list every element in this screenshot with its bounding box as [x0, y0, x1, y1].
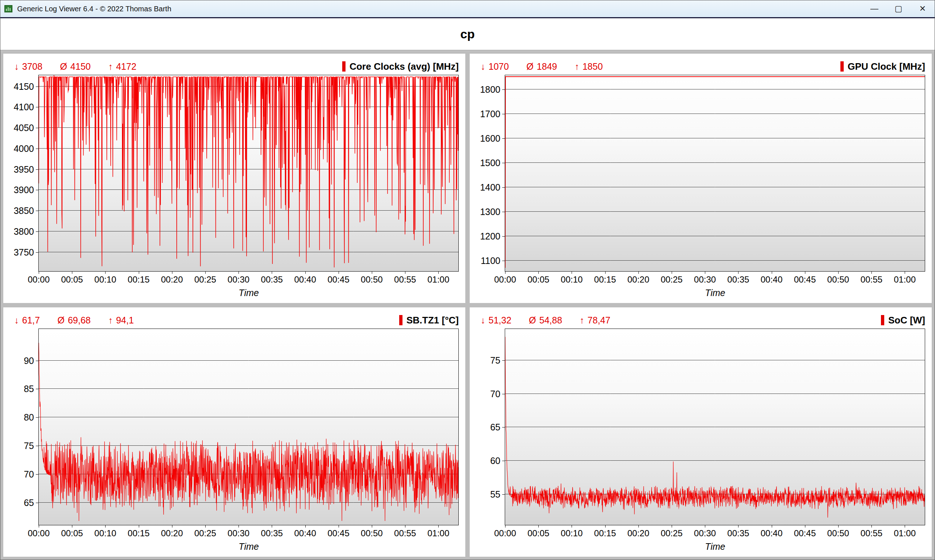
- max-arrow-icon: ↑: [108, 315, 113, 326]
- stat-avg: Ø 69,68: [57, 315, 91, 326]
- x-tick-mark: [105, 272, 106, 274]
- y-tick-mark: [36, 149, 39, 149]
- y-tick-label: 90: [24, 355, 34, 366]
- close-button[interactable]: ✕: [910, 0, 935, 17]
- plot-area[interactable]: [39, 75, 459, 272]
- x-tick-mark: [738, 525, 738, 528]
- x-tick-label: 00:25: [194, 528, 216, 538]
- x-tick-mark: [305, 525, 306, 528]
- x-tick-mark: [538, 272, 539, 274]
- y-tick-mark: [502, 236, 505, 237]
- x-tick-label: 01:00: [427, 274, 449, 285]
- plot-area[interactable]: [505, 75, 925, 272]
- x-tick-label: 00:55: [394, 528, 416, 538]
- y-tick-label: 3800: [14, 226, 34, 237]
- stat-avg: Ø 1849: [526, 62, 557, 72]
- x-tick-label: 00:40: [760, 528, 783, 538]
- x-tick-label: 01:00: [894, 528, 916, 538]
- stat-max: ↑ 4172: [108, 62, 136, 72]
- x-tick-mark: [305, 272, 306, 274]
- x-tick-mark: [272, 525, 272, 528]
- stat-max-value: 78,47: [588, 315, 611, 326]
- x-axis-row: 00:0000:0500:1000:1500:2000:2500:3000:35…: [8, 525, 459, 541]
- x-tick-label: 00:20: [161, 528, 183, 538]
- chart-canvas: [39, 75, 458, 271]
- y-tick-mark: [36, 231, 39, 232]
- y-tick-mark: [36, 446, 39, 446]
- chart-area: 415041004050400039503900385038003750: [8, 75, 459, 272]
- y-tick-label: 4050: [14, 122, 34, 133]
- x-tick-label: 00:40: [760, 274, 783, 285]
- x-tick-mark: [139, 272, 139, 274]
- chart-panel-sb-tz1: ↓ 61,7 Ø 69,68 ↑ 94,1 SB.TZ1 [°C] 908580…: [3, 308, 465, 557]
- x-tick-mark: [605, 272, 605, 274]
- y-axis-labels: 908580757065: [8, 329, 39, 525]
- legend-label: Core Clocks (avg) [MHz]: [350, 61, 459, 72]
- x-tick-mark: [239, 525, 239, 528]
- y-tick-mark: [36, 128, 39, 128]
- x-tick-label: 00:25: [661, 274, 682, 285]
- x-tick-mark: [72, 525, 72, 528]
- y-tick-mark: [36, 169, 39, 170]
- x-tick-mark: [205, 272, 206, 274]
- x-axis-labels: 00:0000:0500:1000:1500:2000:2500:3000:35…: [39, 272, 459, 287]
- x-tick-label: 00:05: [61, 274, 83, 285]
- x-axis-title: Time: [39, 287, 459, 302]
- chart-panel-gpu-clock: ↓ 1070 Ø 1849 ↑ 1850 GPU Clock [MHz] 180…: [470, 54, 932, 303]
- y-tick-mark: [36, 474, 39, 475]
- stat-max: ↑ 78,47: [580, 315, 610, 326]
- chart-panel-soc: ↓ 51,32 Ø 54,88 ↑ 78,47 SoC [W] 75706560…: [470, 308, 932, 557]
- x-tick-label: 00:35: [727, 528, 749, 538]
- plot-area[interactable]: [505, 329, 925, 525]
- maximize-button[interactable]: ▢: [886, 0, 910, 17]
- stat-min-value: 3708: [22, 62, 43, 72]
- x-tick-mark: [339, 525, 339, 528]
- plot-area[interactable]: [39, 329, 459, 525]
- x-tick-label: 00:25: [194, 274, 216, 285]
- y-tick-label: 80: [24, 412, 34, 422]
- y-tick-label: 65: [24, 497, 34, 508]
- x-tick-label: 00:00: [494, 528, 516, 538]
- x-axis-row: 00:0000:0500:1000:1500:2000:2500:3000:35…: [474, 272, 925, 287]
- x-tick-mark: [538, 525, 539, 528]
- y-tick-mark: [502, 261, 505, 261]
- y-tick-label: 60: [490, 455, 501, 466]
- x-tick-label: 01:00: [894, 274, 916, 285]
- x-tick-label: 00:45: [794, 528, 816, 538]
- y-tick-mark: [36, 361, 39, 361]
- y-tick-label: 75: [24, 440, 34, 451]
- stat-avg: Ø 4150: [60, 62, 91, 72]
- y-tick-mark: [36, 107, 39, 107]
- x-tick-label: 00:15: [128, 274, 150, 285]
- x-tick-mark: [872, 272, 872, 274]
- avg-symbol-icon: Ø: [60, 62, 67, 72]
- legend: SB.TZ1 [°C]: [399, 315, 459, 326]
- x-tick-mark: [172, 525, 173, 528]
- x-tick-mark: [672, 525, 672, 528]
- x-tick-mark: [505, 272, 505, 274]
- title-bar[interactable]: Generic Log Viewer 6.4 - © 2022 Thomas B…: [0, 0, 935, 17]
- x-tick-mark: [272, 272, 272, 274]
- stat-min: ↓ 51,32: [481, 315, 511, 326]
- x-tick-mark: [838, 272, 839, 274]
- x-tick-label: 00:15: [594, 528, 616, 538]
- x-tick-mark: [838, 525, 839, 528]
- chart-area: 7570656055: [474, 329, 925, 525]
- x-tick-mark: [571, 525, 572, 528]
- min-arrow-icon: ↓: [481, 62, 485, 72]
- stat-avg-value: 69,68: [68, 315, 91, 326]
- x-axis-title: Time: [39, 541, 459, 555]
- y-tick-label: 65: [490, 422, 501, 432]
- y-tick-mark: [502, 427, 505, 428]
- stats-row: ↓ 1070 Ø 1849 ↑ 1850 GPU Clock [MHz]: [474, 58, 925, 75]
- stats-row: ↓ 3708 Ø 4150 ↑ 4172 Core Clocks (avg) […: [8, 58, 459, 75]
- chart-area: 908580757065: [8, 329, 459, 525]
- minimize-button[interactable]: —: [862, 0, 886, 17]
- x-axis-title: Time: [505, 541, 925, 555]
- stat-max-value: 4172: [116, 62, 137, 72]
- x-tick-label: 00:00: [28, 274, 50, 285]
- x-tick-label: 00:00: [494, 274, 516, 285]
- stat-min-value: 61,7: [22, 315, 40, 326]
- stat-min: ↓ 1070: [481, 62, 509, 72]
- x-axis-labels: 00:0000:0500:1000:1500:2000:2500:3000:35…: [39, 525, 459, 541]
